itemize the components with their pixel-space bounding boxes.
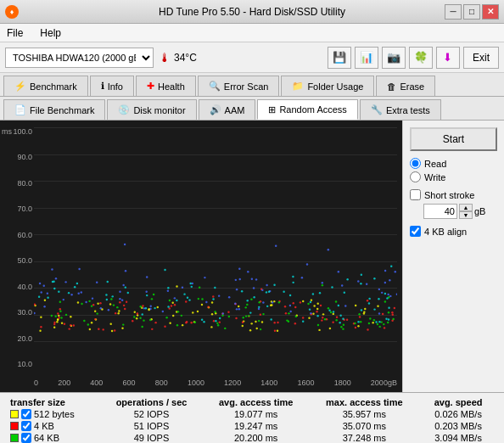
- svg-point-116: [293, 302, 294, 304]
- toolbar-btn-2[interactable]: 📊: [355, 47, 378, 69]
- tab-benchmark[interactable]: ⚡ Benchmark: [3, 76, 88, 96]
- svg-point-253: [182, 286, 183, 288]
- tab-erase[interactable]: 🗑 Erase: [376, 76, 435, 96]
- svg-point-181: [358, 313, 360, 315]
- svg-point-355: [142, 313, 143, 315]
- svg-point-326: [289, 294, 291, 296]
- svg-point-44: [109, 303, 111, 305]
- svg-point-85: [53, 322, 55, 323]
- table-row: 64 KB 49 IOPS20.200 ms37.248 ms3.094 MB/…: [7, 432, 497, 443]
- svg-point-329: [386, 297, 388, 299]
- svg-point-359: [189, 283, 191, 284]
- svg-point-272: [119, 291, 120, 293]
- svg-point-211: [110, 298, 112, 300]
- radio-write-input[interactable]: [410, 171, 421, 182]
- svg-point-260: [384, 270, 386, 272]
- svg-point-232: [87, 323, 89, 325]
- svg-point-238: [258, 301, 260, 303]
- svg-point-161: [243, 317, 244, 318]
- svg-point-343: [106, 299, 108, 300]
- short-stroke-checkbox[interactable]: [410, 189, 421, 200]
- svg-point-382: [76, 283, 78, 284]
- align-checkbox[interactable]: [410, 226, 421, 237]
- tab-random-access[interactable]: ⊞ Random Access: [257, 99, 357, 120]
- svg-point-168: [328, 307, 329, 309]
- svg-point-196: [153, 294, 154, 295]
- tab-random-access-label: Random Access: [279, 104, 346, 115]
- svg-point-240: [389, 295, 391, 297]
- svg-point-191: [139, 317, 141, 318]
- tab-error-scan[interactable]: 🔍 Error Scan: [198, 76, 280, 96]
- tab-folder-usage[interactable]: 📁 Folder Usage: [281, 76, 374, 96]
- svg-point-279: [261, 289, 263, 291]
- svg-point-135: [114, 329, 115, 331]
- svg-point-374: [249, 311, 251, 313]
- svg-point-1: [312, 313, 314, 315]
- row-checkbox-1[interactable]: [21, 421, 31, 431]
- tabs-row-1: ⚡ Benchmark ℹ Info ✚ Health 🔍 Error Scan…: [0, 73, 504, 97]
- svg-point-362: [219, 317, 221, 319]
- radio-read[interactable]: Read: [410, 158, 497, 169]
- minimize-button[interactable]: ─: [445, 4, 462, 20]
- tab-info[interactable]: ℹ Info: [90, 76, 134, 96]
- svg-point-325: [360, 283, 361, 284]
- spin-up-button[interactable]: ▲: [459, 204, 473, 211]
- svg-point-11: [97, 302, 98, 304]
- svg-point-193: [141, 326, 143, 328]
- close-button[interactable]: ✕: [482, 4, 499, 20]
- svg-point-251: [43, 284, 45, 286]
- svg-point-321: [191, 286, 193, 288]
- radio-write[interactable]: Write: [410, 171, 497, 182]
- toolbar-btn-5[interactable]: ⬇: [436, 47, 460, 69]
- svg-point-233: [330, 311, 332, 313]
- svg-point-282: [310, 312, 311, 314]
- svg-point-263: [238, 268, 240, 270]
- row-checkbox-2[interactable]: [21, 433, 31, 443]
- svg-point-324: [319, 292, 321, 294]
- tab-extra-tests[interactable]: 🔧 Extra tests: [360, 99, 441, 120]
- app-icon: ♦: [5, 5, 19, 19]
- row-checkbox-0[interactable]: [21, 409, 31, 419]
- svg-point-121: [213, 320, 215, 322]
- toolbar-icons: 💾 📊 📷 🍀 ⬇ Exit: [328, 47, 499, 69]
- tab-aam[interactable]: 🔊 AAM: [199, 99, 256, 120]
- tab-health[interactable]: ✚ Health: [136, 76, 196, 96]
- menu-file[interactable]: File: [3, 26, 26, 40]
- svg-point-118: [190, 322, 192, 323]
- svg-point-310: [378, 289, 380, 290]
- info-icon: ℹ: [101, 81, 104, 92]
- svg-point-103: [212, 295, 214, 297]
- spin-down-button[interactable]: ▼: [459, 211, 473, 219]
- tab-disk-monitor[interactable]: 💿 Disk monitor: [107, 99, 196, 120]
- exit-button[interactable]: Exit: [463, 47, 499, 69]
- svg-point-370: [212, 298, 214, 300]
- table-cell-ops-2: 49 IOPS: [100, 432, 203, 443]
- svg-point-176: [83, 320, 85, 322]
- svg-point-49: [117, 312, 119, 314]
- toolbar-btn-3[interactable]: 📷: [382, 47, 406, 69]
- svg-point-234: [228, 316, 230, 317]
- tab-file-benchmark[interactable]: 📄 File Benchmark: [3, 99, 105, 120]
- table-row: 512 bytes 52 IOPS19.077 ms35.957 ms0.026…: [7, 408, 497, 420]
- svg-point-377: [339, 322, 340, 323]
- spinbox-input[interactable]: [423, 204, 457, 219]
- align-checkbox-label[interactable]: 4 KB align: [410, 226, 497, 237]
- toolbar-btn-4[interactable]: 🍀: [409, 47, 433, 69]
- toolbar-btn-1[interactable]: 💾: [328, 47, 351, 69]
- svg-point-37: [329, 328, 331, 329]
- y-axis: 100.0 90.0 80.0 70.0 60.0 50.0 40.0 30.0…: [7, 127, 32, 368]
- svg-point-348: [373, 278, 375, 279]
- svg-point-108: [359, 316, 361, 317]
- svg-point-45: [40, 316, 42, 317]
- menu-help[interactable]: Help: [36, 26, 64, 40]
- radio-read-input[interactable]: [410, 158, 421, 169]
- drive-selector[interactable]: TOSHIBA HDWA120 (2000 gB): [5, 48, 154, 68]
- short-stroke-checkbox-label[interactable]: Short stroke: [410, 189, 497, 200]
- svg-point-72: [211, 301, 213, 303]
- svg-point-354: [167, 306, 169, 307]
- svg-point-322: [385, 318, 387, 320]
- start-button[interactable]: Start: [410, 127, 497, 151]
- restore-button[interactable]: □: [463, 4, 480, 20]
- svg-point-288: [384, 282, 386, 283]
- svg-point-340: [339, 315, 341, 317]
